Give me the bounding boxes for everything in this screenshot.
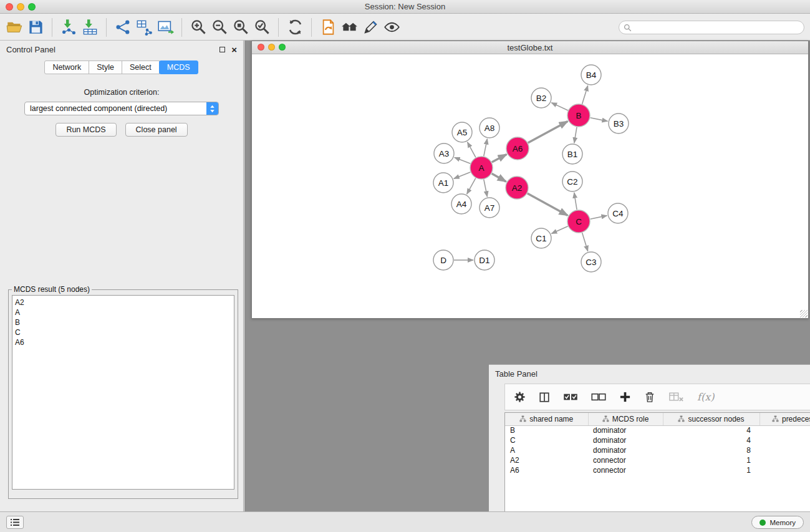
graph-edge-C-C1[interactable]	[551, 226, 567, 234]
graph-edge-C-C2[interactable]	[574, 193, 577, 210]
mcds-result-item[interactable]: B	[15, 317, 231, 327]
graph-node-B1[interactable]: B1	[562, 144, 582, 164]
graph-node-A6[interactable]: A6	[506, 137, 529, 160]
graph-edge-A-A4[interactable]	[467, 178, 476, 195]
zoom-selected-button[interactable]	[251, 17, 272, 38]
toolbar-search[interactable]	[619, 21, 804, 34]
graph-node-D[interactable]: D	[433, 250, 453, 270]
column-header-shared-name[interactable]: shared name	[505, 413, 588, 425]
graph-node-C2[interactable]: C2	[562, 172, 582, 191]
network-window-titlebar[interactable]: testGlobe.txt	[252, 41, 808, 54]
graph-edge-B-B3[interactable]	[591, 118, 608, 122]
delete-table-button[interactable]	[668, 392, 684, 402]
graph-edge-A-A5[interactable]	[468, 142, 476, 158]
tab-select[interactable]: Select	[122, 60, 160, 74]
graph-node-A1[interactable]: A1	[433, 173, 453, 193]
show-hide-button[interactable]	[381, 17, 402, 38]
memory-button[interactable]: Memory	[751, 516, 804, 529]
network-button[interactable]	[112, 17, 133, 38]
mcds-result-item[interactable]: A2	[15, 297, 231, 307]
graph-edge-A6-B[interactable]	[528, 122, 568, 143]
undock-panel-icon[interactable]	[219, 47, 225, 52]
apply-layout-button[interactable]	[284, 17, 306, 38]
annotation-button[interactable]	[360, 17, 381, 38]
graph-edge-A2-C[interactable]	[528, 193, 568, 215]
open-session-button[interactable]	[4, 17, 25, 38]
zoom-network-window-button[interactable]	[279, 44, 286, 51]
close-window-button[interactable]	[6, 3, 13, 11]
task-history-button[interactable]	[6, 516, 24, 529]
zoom-in-button[interactable]	[188, 17, 209, 38]
tab-network[interactable]: Network	[44, 60, 89, 74]
graph-edge-B-B4[interactable]	[582, 85, 588, 104]
import-network-button[interactable]	[58, 17, 79, 38]
mcds-result-item[interactable]: A	[15, 307, 231, 317]
function-builder-button[interactable]: f(x)	[697, 391, 714, 403]
table-row[interactable]: Cdominator41C	[505, 435, 810, 445]
minimize-network-window-button[interactable]	[268, 44, 275, 51]
mcds-result-item[interactable]: C	[15, 327, 231, 337]
network-table-button[interactable]	[133, 17, 155, 38]
graph-node-B3[interactable]: B3	[609, 114, 629, 133]
graph-edge-A-A2[interactable]	[492, 173, 506, 181]
graph-edge-A-A3[interactable]	[455, 157, 471, 163]
close-panel-button[interactable]: Close panel	[125, 123, 188, 137]
save-session-button[interactable]	[25, 17, 46, 38]
mcds-result-list[interactable]: A2 A B C A6	[12, 295, 234, 490]
graph-edge-C-C3[interactable]	[582, 233, 588, 251]
graph-node-A4[interactable]: A4	[451, 194, 471, 214]
table-row[interactable]: A6connector11A6	[505, 465, 810, 475]
network-graph[interactable]: B4B2BB3A8A5A6B1A3AC2A1A2A4A7C4CC1C3DD1	[252, 54, 808, 318]
graph-node-A3[interactable]: A3	[434, 143, 454, 163]
table-settings-button[interactable]	[514, 391, 526, 403]
graph-node-A[interactable]: A	[470, 157, 493, 179]
graph-edge-B-B1[interactable]	[574, 127, 577, 143]
graph-node-B[interactable]: B	[567, 104, 590, 127]
tab-style[interactable]: Style	[89, 60, 122, 74]
tab-mcds[interactable]: MCDS	[159, 60, 198, 74]
graph-edge-A-A8[interactable]	[484, 139, 488, 157]
column-header-mcds-role[interactable]: MCDS role	[588, 413, 663, 425]
delete-row-button[interactable]	[644, 391, 655, 403]
column-header-predecessor-nodes[interactable]: predecessor nodes	[759, 413, 810, 425]
graph-node-C1[interactable]: C1	[531, 228, 551, 248]
graph-node-A2[interactable]: A2	[506, 177, 528, 199]
graph-node-C4[interactable]: C4	[608, 203, 628, 223]
deselect-all-button[interactable]	[591, 392, 606, 402]
open-recent-button[interactable]	[317, 17, 339, 38]
show-columns-button[interactable]	[539, 392, 550, 403]
graph-node-B4[interactable]: B4	[581, 65, 601, 85]
graph-edge-A-A6[interactable]	[492, 154, 507, 162]
graph-node-A5[interactable]: A5	[452, 122, 472, 142]
select-all-button[interactable]	[563, 392, 578, 402]
zoom-window-button[interactable]	[28, 3, 36, 11]
graph-edge-A-A7[interactable]	[484, 180, 488, 197]
export-image-button[interactable]	[155, 17, 176, 38]
zoom-out-button[interactable]	[209, 17, 230, 38]
import-table-button[interactable]	[79, 17, 100, 38]
network-canvas[interactable]: B4B2BB3A8A5A6B1A3AC2A1A2A4A7C4CC1C3DD1	[252, 54, 808, 318]
optimization-criterion-select[interactable]: largest connected component (directed)	[24, 102, 219, 115]
graph-node-A8[interactable]: A8	[480, 118, 499, 138]
column-header-successor-nodes[interactable]: successor nodes	[663, 413, 759, 425]
graph-node-C3[interactable]: C3	[581, 252, 601, 272]
mcds-result-item[interactable]: A6	[15, 337, 231, 347]
zoom-fit-button[interactable]	[230, 17, 251, 38]
graph-node-D1[interactable]: D1	[475, 250, 494, 270]
home-button[interactable]	[339, 17, 360, 38]
search-input[interactable]	[634, 23, 804, 32]
table-row[interactable]: Adominator80A	[505, 445, 810, 455]
table-row[interactable]: A2connector11A2	[505, 455, 810, 465]
close-network-window-button[interactable]	[258, 44, 264, 51]
graph-edge-C-C4[interactable]	[591, 216, 607, 220]
graph-edge-A-A1[interactable]	[454, 172, 471, 178]
table-row[interactable]: Bdominator41B	[505, 425, 810, 435]
graph-node-B2[interactable]: B2	[531, 88, 551, 108]
graph-node-C[interactable]: C	[567, 210, 590, 233]
run-mcds-button[interactable]: Run MCDS	[55, 123, 116, 137]
close-panel-icon[interactable]: ×	[231, 45, 237, 54]
add-row-button[interactable]	[619, 391, 631, 403]
graph-edge-B-B2[interactable]	[551, 103, 568, 110]
graph-node-A7[interactable]: A7	[480, 198, 499, 218]
minimize-window-button[interactable]	[17, 3, 24, 11]
